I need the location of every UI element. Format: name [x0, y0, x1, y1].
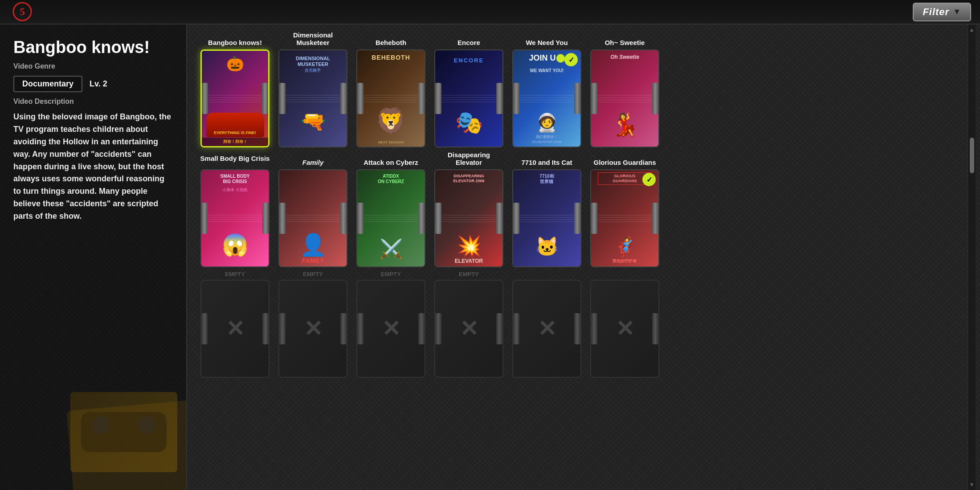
clip-left [513, 83, 519, 114]
cassette-bangboo[interactable]: 🎃 EVERYTHING IS FINE! 邦布！邦布！ [200, 49, 270, 147]
empty-label-5-spacer [508, 271, 586, 278]
clip-left [435, 203, 441, 234]
empty-label-6-spacer [586, 271, 664, 278]
cassette-empty-2[interactable]: ✕ [278, 280, 347, 378]
video-item-smallbody[interactable]: Small Body Big Crisis SMALL BODYBIG CRIS… [196, 151, 274, 267]
filter-arrow-icon: ▼ [953, 7, 961, 16]
behe-sub: NEXT SEASON [364, 140, 418, 144]
behe-char: 🦁 [376, 106, 406, 135]
genre-row: Documentary Lv. 2 [13, 76, 173, 92]
cover-smallbody: SMALL BODYBIG CRISIS 小身体 大危机 😱 [201, 170, 269, 266]
clip-right [340, 83, 347, 114]
video-title-7710: 7710 and Its Cat [521, 151, 572, 167]
cassette-smallbody[interactable]: SMALL BODYBIG CRISIS 小身体 大危机 😱 [200, 169, 270, 267]
small-title-art: SMALL BODYBIG CRISIS [208, 174, 262, 184]
cassette-empty-1[interactable]: ✕ [200, 280, 270, 378]
weneed-char: 🧑‍🚀 [536, 112, 558, 133]
video-item-attackcyberz[interactable]: Attack on Cyberz ATIDDXON CYBERZ ⚔️ [352, 151, 430, 267]
empty-x: ✕ [382, 316, 400, 342]
weneed-sub: WE WANT YOU! [520, 68, 574, 73]
cassette-family[interactable]: 👤 FAMILY [278, 169, 347, 267]
scroll-up-button[interactable]: ▲ [968, 26, 976, 33]
cassette-empty-3[interactable]: ✕ [356, 280, 425, 378]
video-item-sweetie[interactable]: Oh~ Sweetie Oh Sweetie 💃 [586, 31, 664, 147]
car-text: EVERYTHING IS FINE! [206, 131, 264, 135]
encore-title-art: ENCORE [442, 57, 496, 64]
cassette-7710[interactable]: 7710和世界猫 🐱 [512, 169, 581, 267]
cassette-attackcyberz[interactable]: ATIDDXON CYBERZ ⚔️ [356, 169, 425, 267]
main-content: Bangboo knows! Video Genre Documentary L… [0, 24, 980, 490]
genre-label: Video Genre [13, 62, 173, 70]
video-title-dimensional: Dimensional Musketeer [293, 31, 333, 47]
video-item-empty-6[interactable]: ✕ [586, 280, 664, 378]
video-item-7710[interactable]: 7710 and Its Cat 7710和世界猫 🐱 [508, 151, 586, 267]
scrollbar[interactable]: ▲ ▼ [968, 24, 976, 490]
filter-button[interactable]: Filter ▼ [913, 3, 971, 21]
attack-title-art: ATIDDXON CYBERZ [364, 174, 418, 184]
cover-attackcyberz: ATIDDXON CYBERZ ⚔️ [357, 170, 425, 266]
check-badge-glorious: ✓ [642, 173, 656, 186]
video-item-weneed[interactable]: We Need You ✓ JOIN U⬤ WE [508, 31, 586, 147]
cassette-disappearing[interactable]: DISAPPEARINGELEVATOR 2066 💥 ELEVATOR [434, 169, 503, 267]
cassette-encore[interactable]: ENCORE 🎭 [434, 49, 503, 147]
video-item-beheboth[interactable]: Beheboth BEHEBOTH 🦁 N [352, 31, 430, 147]
clip-right [340, 203, 347, 234]
empty-label-4: EMPTY [430, 271, 508, 278]
bangboo-bottom-text: 邦布！邦布！ [202, 138, 268, 146]
disap-char: 💥 [457, 234, 482, 257]
empty-label-3: EMPTY [352, 271, 430, 278]
video-item-disappearing[interactable]: Disappearing Elevator DISAP [430, 151, 508, 267]
video-item-bangboo[interactable]: Bangboo knows! [196, 31, 274, 147]
small-char: 😱 [222, 233, 249, 257]
cassette-weneed[interactable]: ✓ JOIN U⬤ WE WANT YOU! 🧑‍🚀 我们需要你！XO-BUST… [512, 49, 581, 147]
video-item-empty-2[interactable]: ✕ [274, 280, 352, 378]
video-title-attackcyberz: Attack on Cyberz [363, 151, 418, 167]
scroll-thumb[interactable] [970, 138, 974, 173]
clip-left [279, 83, 286, 114]
bg-cassette-decoration [70, 392, 177, 472]
video-item-empty-1[interactable]: ✕ [196, 280, 274, 378]
clip-right [652, 203, 658, 234]
scroll-down-button[interactable]: ▼ [968, 481, 976, 488]
cassette-glorious[interactable]: ✓ GLORIOUSGUARDIANS 🦸 荣光的守护者 [590, 169, 659, 267]
clip-right [262, 313, 269, 344]
video-item-empty-5[interactable]: ✕ [508, 280, 586, 378]
clip-left [591, 83, 597, 114]
svg-text:5: 5 [20, 6, 25, 17]
right-panel: Bangboo knows! [187, 24, 980, 490]
glorious-char: 🦸 [613, 236, 637, 257]
clip-right [262, 83, 268, 114]
video-item-encore[interactable]: Encore ENCORE 🎭 [430, 31, 508, 147]
video-item-glorious[interactable]: Glorious Guardians ✓ GLORIOUSGUARDIANS [586, 151, 664, 267]
empty-x: ✕ [538, 316, 556, 342]
sweetie-title-art: Oh Sweetie [598, 54, 652, 60]
clip-left [201, 203, 208, 234]
small-sub: 小身体 大危机 [208, 187, 262, 193]
panel-title: Bangboo knows! [13, 38, 173, 57]
video-item-family[interactable]: Family 👤 FAMILY [274, 151, 352, 267]
clip-left [435, 313, 441, 344]
cassette-beheboth[interactable]: BEHEBOTH 🦁 NEXT SEASON [356, 49, 425, 147]
video-item-empty-4[interactable]: ✕ [430, 280, 508, 378]
video-title-bangboo: Bangboo knows! [208, 31, 262, 47]
cassette-sweetie[interactable]: Oh Sweetie 💃 [590, 49, 659, 147]
video-description: Using the beloved image of Bangboo, the … [13, 111, 173, 223]
video-item-dimensional[interactable]: Dimensional Musketeer DIMEN [274, 31, 352, 147]
video-item-empty-3[interactable]: ✕ [352, 280, 430, 378]
weneed-bottom: 我们需要你！XO-BUSTER ZINE [520, 135, 574, 144]
cassette-empty-6[interactable]: ✕ [590, 280, 659, 378]
cassette-empty-5[interactable]: ✕ [512, 280, 581, 378]
cassette-empty-4[interactable]: ✕ [434, 280, 503, 378]
disap-title-art: DISAPPEARINGELEVATOR 2066 [442, 174, 496, 184]
clip-left [202, 83, 208, 114]
clip-right [574, 203, 580, 234]
cassette-dimensional[interactable]: DIMENSIONALMUSKETEER次元枪手 🔫 [278, 49, 347, 147]
left-panel: Bangboo knows! Video Genre Documentary L… [0, 24, 187, 490]
desc-label: Video Description [13, 98, 173, 106]
clip-right [574, 83, 580, 114]
clip-left [201, 313, 208, 344]
dim-char: 🔫 [301, 110, 326, 133]
clip-right [418, 83, 425, 114]
video-title-glorious: Glorious Guardians [593, 151, 656, 167]
logo: 5 [9, 1, 36, 23]
